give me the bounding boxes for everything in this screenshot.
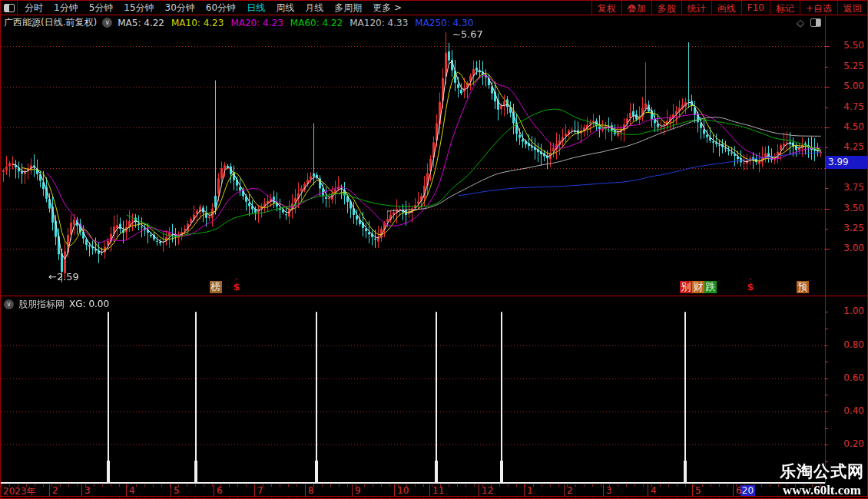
top-toolbar: 分时1分钟5分钟15分钟30分钟60分钟日线周线月线多周期更多 > 复权叠加多股… bbox=[1, 1, 867, 15]
month-label-3: 3 bbox=[84, 485, 91, 496]
price-axis-line bbox=[825, 16, 826, 497]
period-tab-更多 >[interactable]: 更多 > bbox=[373, 2, 402, 15]
period-tab-5分钟[interactable]: 5分钟 bbox=[89, 2, 114, 15]
toolbar-button-+自选[interactable]: +自选 bbox=[800, 1, 837, 15]
ma-value-label: MA120: 4.33 bbox=[350, 18, 408, 28]
price-axis-tick bbox=[825, 87, 830, 88]
indicator-axis-label: 0.80 bbox=[827, 339, 864, 350]
month-label-3: 3 bbox=[606, 485, 612, 496]
period-tab-周线[interactable]: 周线 bbox=[276, 2, 294, 15]
price-axis-label: 5.50 bbox=[827, 40, 864, 51]
indicator-axis-tick bbox=[825, 312, 828, 312]
indicator-title: 股朋指标网 bbox=[18, 298, 65, 311]
month-label-5: 5 bbox=[695, 485, 701, 496]
indicator-axis-label: 0.40 bbox=[827, 405, 864, 416]
price-axis-tick bbox=[825, 107, 828, 108]
month-label-12: 12 bbox=[482, 485, 493, 496]
toolbar-right-menu: 复权叠加多股统计画线F10标记+自选返回 bbox=[591, 1, 867, 15]
month-divider bbox=[254, 484, 255, 497]
toolbar-button-多股[interactable]: 多股 bbox=[651, 1, 681, 15]
chevron-down-icon[interactable]: ∨ bbox=[4, 299, 14, 309]
price-axis-tick bbox=[825, 188, 828, 189]
ma-value-label: MA250: 4.30 bbox=[415, 18, 473, 28]
indicator-axis-tick bbox=[825, 329, 828, 329]
candlestick-chart[interactable] bbox=[1, 30, 825, 296]
month-label-2: 2 bbox=[567, 485, 573, 496]
price-axis-label: 5.00 bbox=[827, 81, 864, 91]
ma-value-label: MA10: 4.23 bbox=[171, 18, 224, 28]
price-axis-tick bbox=[825, 127, 830, 128]
toolbar-button-返回[interactable]: 返回 bbox=[837, 1, 867, 15]
toolbar-button-叠加[interactable]: 叠加 bbox=[621, 1, 651, 15]
period-tab-多周期[interactable]: 多周期 bbox=[334, 2, 362, 15]
month-divider bbox=[603, 484, 604, 497]
price-axis-label: 5.25 bbox=[827, 61, 864, 71]
indicator-axis-tick bbox=[825, 444, 828, 445]
stamp-badge-$: ˆ$ bbox=[744, 281, 757, 293]
panel-divider bbox=[1, 296, 868, 296]
month-label-6: 6 bbox=[217, 485, 223, 496]
stamp-badge-财: 财 bbox=[692, 281, 704, 293]
indicator-axis-label: 0.60 bbox=[827, 372, 864, 383]
price-axis-label: 3.75 bbox=[827, 182, 864, 193]
stamp-badge-$: ˆ$ bbox=[230, 281, 243, 293]
period-tab-月线[interactable]: 月线 bbox=[305, 2, 323, 15]
period-tab-1分钟[interactable]: 1分钟 bbox=[54, 2, 78, 15]
price-axis-tick bbox=[825, 249, 830, 250]
indicator-axis-label: 1.00 bbox=[827, 306, 864, 316]
toolbar-button-标记[interactable]: 标记 bbox=[770, 1, 800, 15]
price-axis-label: 4.25 bbox=[827, 141, 864, 152]
period-tab-分时[interactable]: 分时 bbox=[25, 2, 43, 15]
month-label-2023年: 2023年 bbox=[3, 485, 36, 498]
month-divider bbox=[214, 484, 214, 497]
month-divider bbox=[648, 484, 648, 497]
stock-title: 广西能源(日线.前复权) bbox=[4, 16, 97, 29]
date-axis[interactable]: 20 2023年23456789101112123456 bbox=[1, 484, 868, 497]
diamond-icon[interactable]: ◇ bbox=[797, 18, 804, 28]
period-tab-日线[interactable]: 日线 bbox=[247, 2, 265, 15]
date-axis-ticks bbox=[1, 484, 825, 487]
header-icons: ◇ bbox=[797, 18, 821, 28]
low-price-label: ←2.59 bbox=[48, 271, 79, 283]
indicator-axis-tick bbox=[825, 428, 828, 429]
price-axis-tick bbox=[825, 147, 828, 148]
period-tab-60分钟[interactable]: 60分钟 bbox=[206, 2, 236, 15]
month-label-2: 2 bbox=[52, 485, 58, 496]
ma-value-label: MA20: 4.23 bbox=[230, 18, 283, 28]
toolbar-button-统计[interactable]: 统计 bbox=[681, 1, 711, 15]
watermark: 乐淘公式网 www.60lt.com bbox=[780, 461, 864, 498]
price-axis-tick bbox=[825, 209, 830, 210]
toolbar-button-F10[interactable]: F10 bbox=[741, 1, 770, 15]
indicator-axis-tick bbox=[825, 411, 828, 412]
month-divider bbox=[49, 484, 50, 497]
ma-value-label: MA5: 4.22 bbox=[118, 18, 164, 28]
price-axis-label: 4.75 bbox=[827, 101, 864, 112]
xg-indicator-chart[interactable] bbox=[1, 312, 825, 484]
chevron-down-icon[interactable]: ∨ bbox=[102, 18, 112, 28]
month-label-6: 6 bbox=[736, 485, 742, 496]
watermark-title: 乐淘公式网 bbox=[780, 461, 864, 482]
toolbar-button-画线[interactable]: 画线 bbox=[711, 1, 741, 15]
month-divider bbox=[81, 484, 82, 497]
price-axis-label: 4.50 bbox=[827, 121, 864, 132]
period-tab-15分钟[interactable]: 15分钟 bbox=[124, 2, 154, 15]
layout-toggle-icon[interactable] bbox=[1, 1, 18, 15]
period-menu: 分时1分钟5分钟15分钟30分钟60分钟日线周线月线多周期更多 > bbox=[18, 2, 591, 15]
month-divider bbox=[429, 484, 430, 497]
month-divider bbox=[524, 484, 525, 497]
bar-count-badge: 20 bbox=[740, 485, 755, 496]
toolbar-button-复权[interactable]: 复权 bbox=[591, 1, 621, 15]
high-price-label: ~5.67 bbox=[452, 28, 483, 40]
ma-value-label: MA60: 4.22 bbox=[290, 18, 343, 28]
month-label-5: 5 bbox=[174, 485, 180, 496]
price-axis-label: 3.50 bbox=[827, 203, 864, 213]
panel-toggle-icon[interactable] bbox=[810, 18, 821, 27]
month-divider bbox=[352, 484, 353, 497]
period-tab-30分钟[interactable]: 30分钟 bbox=[165, 2, 195, 15]
stamp-badge-预: 预 bbox=[797, 281, 809, 293]
month-label-1: 1 bbox=[527, 485, 533, 496]
price-axis-tick bbox=[825, 46, 830, 47]
indicator-axis-tick bbox=[825, 345, 828, 346]
month-label-7: 7 bbox=[257, 485, 263, 496]
indicator-axis-tick bbox=[825, 395, 828, 395]
